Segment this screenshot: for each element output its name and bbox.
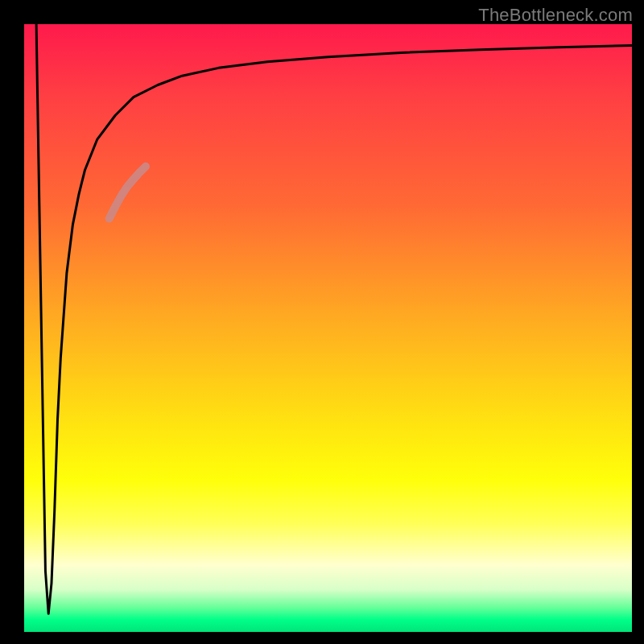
plot-area: [24, 24, 632, 632]
curve-layer: [36, 24, 632, 613]
highlight-segment: [109, 167, 146, 219]
chart-svg: [24, 24, 632, 632]
attribution-text: TheBottleneck.com: [478, 5, 633, 26]
bottleneck-curve: [36, 24, 632, 613]
chart-frame: TheBottleneck.com: [0, 0, 644, 644]
